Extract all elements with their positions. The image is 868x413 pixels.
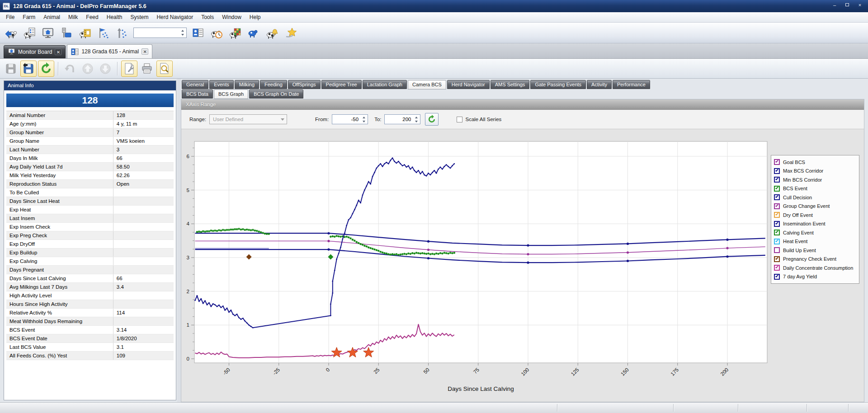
series-label: Goal BCS — [783, 160, 805, 165]
detail-tab[interactable]: Activity — [587, 80, 612, 89]
detail-tab[interactable]: Performance — [613, 80, 650, 89]
menu-item[interactable]: Feed — [82, 12, 102, 22]
row-value: 7 — [113, 128, 174, 136]
series-checkbox[interactable] — [774, 203, 780, 209]
apply-range-button[interactable] — [425, 113, 439, 126]
detail-tab[interactable]: Pedigree Tree — [321, 80, 362, 89]
scale-all-series-checkbox[interactable] — [457, 117, 462, 122]
activity-analysis-icon[interactable] — [113, 24, 131, 42]
from-field[interactable] — [332, 114, 368, 124]
row-label: Age (y:mm) — [6, 120, 113, 128]
animal-card-icon[interactable] — [189, 24, 207, 42]
bcs-sub-tab[interactable]: BCS Data — [182, 89, 213, 99]
maximize-button[interactable] — [841, 1, 853, 8]
detail-tab[interactable]: General — [182, 80, 208, 89]
detail-tab[interactable]: Events — [209, 80, 234, 89]
range-dropdown[interactable]: User Defined — [209, 114, 287, 124]
sort-gate-icon[interactable] — [58, 24, 75, 42]
undo-icon[interactable] — [62, 61, 78, 77]
favorites-icon[interactable] — [282, 24, 299, 42]
table-row: Meat Withhold Days Remaining — [6, 317, 174, 326]
series-checkbox[interactable] — [774, 159, 780, 165]
flag-analysis-icon[interactable] — [95, 24, 112, 42]
series-checkbox[interactable] — [774, 194, 780, 200]
bcs-sub-tab[interactable]: BCS Graph On Date — [249, 89, 303, 99]
milking-time-icon[interactable] — [208, 24, 225, 42]
tab-close-icon[interactable]: ✕ — [142, 48, 148, 55]
row-value — [113, 223, 174, 231]
to-input[interactable] — [385, 115, 412, 124]
series-checkbox[interactable] — [774, 239, 780, 244]
alarm-icon[interactable] — [264, 24, 281, 42]
menu-item[interactable]: System — [126, 12, 152, 22]
animal-list-icon[interactable] — [21, 24, 38, 42]
menu-item[interactable]: Farm — [19, 12, 39, 22]
page-settings-icon[interactable] — [121, 61, 137, 77]
bcs-chart[interactable]: -50-2502550751001251501752000123456Days … — [181, 130, 864, 402]
series-checkbox[interactable] — [774, 221, 780, 227]
menu-item[interactable]: Help — [245, 12, 265, 22]
feed-status-icon[interactable] — [226, 24, 244, 42]
menu-item[interactable]: Herd Navigator — [152, 12, 197, 22]
legend-item: Calving Event — [774, 228, 857, 237]
series-checkbox[interactable] — [774, 177, 780, 183]
chart-plot[interactable]: -50-2502550751001251501752000123456Days … — [181, 130, 863, 403]
detail-tab[interactable]: Milking — [235, 80, 259, 89]
detail-tab[interactable]: AMS Settings — [491, 80, 530, 89]
detail-tab[interactable]: Gate Passing Events — [530, 80, 586, 89]
detail-tab[interactable]: Camera BCS — [408, 80, 446, 89]
from-input[interactable] — [332, 115, 359, 124]
row-label: All Feeds Cons. (%) Yest — [6, 352, 113, 360]
tab-monitor-board[interactable]: Monitor Board ✕ — [4, 45, 66, 58]
row-label: Exp Insem Check — [6, 223, 113, 231]
series-checkbox[interactable] — [774, 265, 780, 271]
animal-media-icon[interactable] — [76, 24, 94, 42]
from-spinner[interactable] — [361, 115, 367, 124]
print-icon[interactable] — [139, 61, 155, 77]
detail-tab[interactable]: Feeding — [260, 80, 287, 89]
save-all-icon[interactable] — [20, 61, 37, 77]
series-checkbox[interactable] — [774, 256, 780, 262]
menu-item[interactable]: Tools — [197, 12, 218, 22]
menu-item[interactable]: Window — [218, 12, 245, 22]
to-spinner[interactable] — [413, 115, 420, 124]
to-field[interactable] — [384, 114, 420, 124]
title-bar[interactable]: DL 128 Grada 615 - Animal - DelPro FarmM… — [0, 0, 868, 12]
panel-splitter[interactable] — [177, 79, 181, 402]
series-label: BCS Event — [783, 186, 807, 191]
detail-tab[interactable]: Lactation Graph — [363, 80, 407, 89]
menu-item[interactable]: Animal — [39, 12, 64, 22]
series-checkbox[interactable] — [774, 247, 780, 253]
refresh-icon[interactable] — [38, 61, 54, 77]
row-value — [113, 249, 174, 257]
move-down-icon[interactable] — [97, 61, 113, 77]
series-checkbox[interactable] — [774, 230, 780, 235]
row-label: Avg Daily Yield Last 7d — [6, 163, 113, 171]
detail-tab[interactable]: Herd Navigator — [447, 80, 490, 89]
detail-tab[interactable]: OffSprings — [288, 80, 321, 89]
tab-close-icon[interactable]: ✕ — [55, 49, 61, 55]
series-checkbox[interactable] — [774, 274, 780, 280]
quick-search-input[interactable] — [133, 28, 187, 38]
svg-text:3: 3 — [187, 255, 189, 260]
print-preview-icon[interactable] — [156, 61, 173, 77]
move-up-icon[interactable] — [80, 61, 96, 77]
menu-item[interactable]: File — [2, 12, 19, 22]
row-label: Exp Calving — [6, 257, 113, 265]
quick-search-spinner[interactable] — [179, 28, 186, 37]
series-checkbox[interactable] — [774, 212, 780, 218]
monitor-board-icon[interactable] — [39, 24, 57, 42]
tab-animal-card[interactable]: 128 Grada 615 - Animal ✕ — [67, 44, 152, 58]
content-area: Animal Info 128 Animal Number 128 Age (y… — [0, 79, 868, 402]
close-button[interactable]: × — [854, 1, 866, 8]
menu-item[interactable]: Milk — [64, 12, 82, 22]
save-icon[interactable] — [3, 61, 19, 77]
menu-item[interactable]: Health — [103, 12, 127, 22]
minimize-button[interactable]: – — [829, 1, 840, 8]
series-checkbox[interactable] — [774, 186, 780, 192]
animal-find-icon[interactable] — [245, 24, 262, 42]
series-label: Dry Off Event — [783, 212, 813, 218]
animal-report-icon[interactable] — [2, 24, 19, 42]
series-checkbox[interactable] — [774, 168, 780, 174]
bcs-sub-tab[interactable]: BCS Graph — [214, 89, 248, 99]
